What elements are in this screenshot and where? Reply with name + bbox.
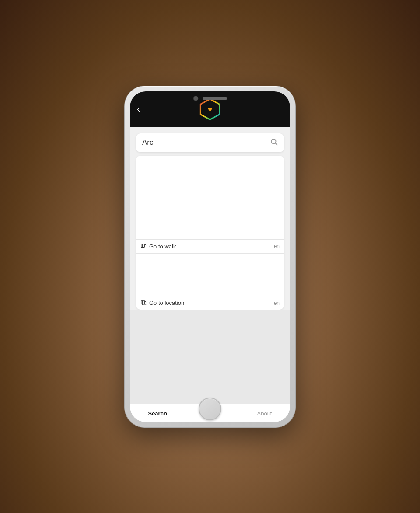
result-action-row[interactable]: Go to location en xyxy=(136,296,284,310)
result-item[interactable]: Architecture of San Fransisco The archit… xyxy=(136,156,284,254)
search-query-text: Arc xyxy=(142,138,154,147)
phone-screen: ‹ ♥ xyxy=(130,91,290,422)
svg-rect-4 xyxy=(141,244,145,248)
search-icon xyxy=(270,138,278,148)
result-main-row: Architecture of San Fransisco The archit… xyxy=(136,156,284,239)
svg-rect-5 xyxy=(141,301,145,304)
svg-line-3 xyxy=(275,143,277,145)
tab-about[interactable]: About xyxy=(248,408,281,419)
empty-content-area xyxy=(130,310,290,403)
tab-about-label: About xyxy=(257,410,272,417)
search-bar[interactable]: Arc xyxy=(136,133,284,152)
back-button[interactable]: ‹ xyxy=(137,104,140,115)
result-action-link[interactable]: Go to walk xyxy=(140,243,176,250)
earpiece-speaker xyxy=(203,97,227,100)
result-action-row[interactable]: Go to walk en xyxy=(136,239,284,253)
result-item[interactable]: Humber Bay Arch Bridge Go to location en xyxy=(136,254,284,310)
phone-hardware-top xyxy=(193,96,227,101)
phone-shell: ‹ ♥ xyxy=(125,86,295,427)
svg-text:♥: ♥ xyxy=(208,105,213,114)
go-to-location-label: Go to location xyxy=(149,300,184,306)
app-logo[interactable]: ♥ xyxy=(198,98,222,121)
tab-search-label: Search xyxy=(148,410,167,417)
result-action-link[interactable]: Go to location xyxy=(140,300,184,306)
front-camera xyxy=(193,96,199,101)
tab-search[interactable]: Search xyxy=(139,408,175,419)
search-results: Architecture of San Fransisco The archit… xyxy=(136,156,284,310)
lang-badge-2: en xyxy=(274,300,280,306)
home-button[interactable] xyxy=(199,398,221,420)
go-to-walk-label: Go to walk xyxy=(149,243,176,250)
lang-badge-1: en xyxy=(274,243,280,249)
result-main-row: Humber Bay Arch Bridge xyxy=(136,254,284,296)
